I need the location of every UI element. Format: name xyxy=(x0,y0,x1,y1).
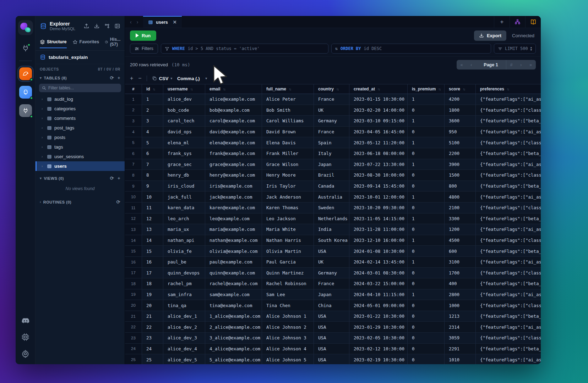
schema-diagram-icon[interactable] xyxy=(510,16,525,28)
cell-full_name[interactable]: Alice Peter xyxy=(262,94,314,105)
cell-full_name[interactable]: Leo Jackson xyxy=(262,213,314,224)
cell-country[interactable]: Germany xyxy=(314,116,349,126)
cell-full_name[interactable]: Olivia Martin xyxy=(262,246,314,256)
cell-email[interactable]: leo@example.com xyxy=(205,213,262,224)
sidebar-table-tags[interactable]: ›tags xyxy=(36,142,125,152)
cell-is_premium[interactable]: 1 xyxy=(408,213,445,224)
goto-page-button[interactable]: # xyxy=(506,60,517,70)
cell-email[interactable]: grace@example.com xyxy=(205,159,262,170)
cell-email[interactable]: 4_alice@example.com xyxy=(205,344,262,354)
cell-created_at[interactable]: 2023-02-12 10:30:00 xyxy=(349,344,408,354)
delimiter-select[interactable]: Comma (,) ▾ xyxy=(177,76,207,81)
cell-is_premium[interactable]: 0 xyxy=(408,354,445,364)
next-page-button[interactable]: › xyxy=(516,60,526,70)
cell-full_name[interactable]: Grace Wilson xyxy=(262,159,314,170)
orderby-clause-input[interactable]: ⇅ ORDER BY id DESC xyxy=(331,44,491,54)
cell-id[interactable]: 21 xyxy=(142,311,163,322)
import-upload-icon[interactable] xyxy=(83,23,89,29)
cell-score[interactable]: 3059 xyxy=(445,333,476,343)
cell-preferences[interactable]: {"featureFlags":["beta_ xyxy=(476,181,541,192)
cell-country[interactable]: USA xyxy=(314,246,349,256)
cell-created_at[interactable]: 2023-10-20 09:30:00 xyxy=(349,202,408,213)
cell-created_at[interactable]: 2023-10-01 12:00:00 xyxy=(349,192,408,202)
cell-id[interactable]: 25 xyxy=(142,354,163,364)
cell-full_name[interactable]: Paul Garcia xyxy=(262,257,314,267)
cell-full_name[interactable]: Elena Davis xyxy=(262,137,314,148)
cell-id[interactable]: 10 xyxy=(142,192,163,202)
table-row[interactable]: 44david_opsdavid@example.comDavid BrownF… xyxy=(125,127,541,138)
current-database-row[interactable]: tabularis_explain xyxy=(36,51,125,64)
cell-username[interactable]: karen_data xyxy=(163,202,205,213)
cell-username[interactable]: grace_sec xyxy=(163,159,205,170)
cell-is_premium[interactable]: 0 xyxy=(408,202,445,213)
cell-email[interactable]: maria@example.com xyxy=(205,224,262,235)
cell-full_name[interactable]: Iris Taylor xyxy=(262,181,314,192)
cell-full_name[interactable]: Karen Thomas xyxy=(262,202,314,213)
table-row[interactable]: 2424alice_dev_44_alice@example.comAlice … xyxy=(125,344,541,355)
routines-section-header[interactable]: › ROUTINES (0) ⟳ xyxy=(36,197,125,207)
cell-id[interactable]: 24 xyxy=(142,344,163,354)
cell-created_at[interactable]: 2024-05-01 09:00:00 xyxy=(349,300,408,311)
sort-arrows-icon[interactable]: ↑↓ xyxy=(153,87,155,91)
cell-full_name[interactable]: Alice Johnson 3 xyxy=(262,333,314,343)
cell-username[interactable]: alice_dev_2 xyxy=(163,322,205,332)
cell-preferences[interactable]: {"featureFlags":["class xyxy=(476,170,541,181)
cell-id[interactable]: 18 xyxy=(142,278,163,289)
postgres-connection-tile[interactable] xyxy=(19,86,32,99)
cell-created_at[interactable]: 2023-04-05 16:45:00 xyxy=(349,127,408,137)
cell-email[interactable]: quinn@example.com xyxy=(205,268,262,278)
table-row[interactable]: 22bob_codebob@example.comBob SmithUK2023… xyxy=(125,105,541,116)
cell-score[interactable]: 3600 xyxy=(445,116,476,126)
cell-created_at[interactable]: 2024-03-22 15:00:00 xyxy=(349,278,408,289)
cell-full_name[interactable]: Alice Johnson 5 xyxy=(262,354,314,364)
cell-full_name[interactable]: Nathan Harris xyxy=(262,235,314,246)
cell-id[interactable]: 12 xyxy=(142,213,163,224)
cell-username[interactable]: david_ops xyxy=(163,127,205,137)
table-row[interactable]: 2222alice_dev_22_alice@example.comAlice … xyxy=(125,322,541,333)
cell-created_at[interactable]: 2023-11-05 14:15:00 xyxy=(349,213,408,224)
cell-is_premium[interactable]: 1 xyxy=(408,235,445,246)
cell-country[interactable]: Germany xyxy=(314,268,349,278)
cell-full_name[interactable]: Alice Johnson 1 xyxy=(262,311,314,322)
cell-preferences[interactable]: {"featureFlags":["class xyxy=(476,333,541,343)
cell-created_at[interactable]: 2024-03-01 08:30:00 xyxy=(349,268,408,278)
cell-full_name[interactable]: Henry Moore xyxy=(262,170,314,181)
cell-country[interactable]: Japan xyxy=(314,159,349,170)
export-button[interactable]: Export xyxy=(474,30,506,41)
cell-score[interactable]: 2291 xyxy=(445,344,476,354)
cell-id[interactable]: 5 xyxy=(142,137,163,148)
cell-full_name[interactable]: Jack Anderson xyxy=(262,192,314,202)
sort-arrows-icon[interactable]: ↑↓ xyxy=(223,87,225,91)
cell-email[interactable]: alice@example.com xyxy=(205,94,262,105)
cell-preferences[interactable]: {"featureFlags":["beta_ xyxy=(476,148,541,159)
cell-country[interactable]: South Korea xyxy=(314,235,349,246)
sort-arrows-icon[interactable]: ↑↓ xyxy=(507,87,509,91)
cell-preferences[interactable]: {"featureFlags":["class xyxy=(476,202,541,213)
cell-is_premium[interactable]: 0 xyxy=(408,278,445,289)
cell-is_premium[interactable]: 1 xyxy=(408,116,445,126)
table-row[interactable]: 1414nathan_apinathan@example.comNathan H… xyxy=(125,235,541,246)
cell-email[interactable]: tina@example.com xyxy=(205,300,262,311)
cell-username[interactable]: paul_be xyxy=(163,257,205,267)
cell-email[interactable]: jack@example.com xyxy=(205,192,262,202)
cell-full_name[interactable]: Frank Miller xyxy=(262,148,314,159)
cell-username[interactable]: maria_ux xyxy=(163,224,205,235)
cell-preferences[interactable]: {"featureFlags":["beta_ xyxy=(476,246,541,256)
sort-arrows-icon[interactable]: ↑↓ xyxy=(463,87,465,91)
cell-created_at[interactable]: 2023-02-19 10:30:00 xyxy=(349,354,408,364)
cell-preferences[interactable]: {"featureFlags":["beta_ xyxy=(476,278,541,289)
cell-country[interactable]: Spain xyxy=(314,137,349,148)
cell-username[interactable]: carol_tech xyxy=(163,116,205,126)
cell-username[interactable]: olivia_fe xyxy=(163,246,205,256)
cell-country[interactable]: France xyxy=(314,127,349,137)
table-row[interactable]: 1111karen_datakaren@example.comKaren Tho… xyxy=(125,202,541,213)
cell-email[interactable]: nathan@example.com xyxy=(205,235,262,246)
cell-is_premium[interactable]: 0 xyxy=(408,268,445,278)
cell-full_name[interactable]: Rachel Robinson xyxy=(262,278,314,289)
cell-created_at[interactable]: 2023-01-22 10:30:00 xyxy=(349,311,408,322)
column-header-id[interactable]: id↑↓ xyxy=(142,84,163,94)
cell-country[interactable]: USA xyxy=(314,354,349,364)
cell-username[interactable]: bob_code xyxy=(163,105,205,116)
table-row[interactable]: 1010jack_fulljack@example.comJack Anders… xyxy=(125,192,541,202)
remove-row-button[interactable]: − xyxy=(138,76,141,81)
